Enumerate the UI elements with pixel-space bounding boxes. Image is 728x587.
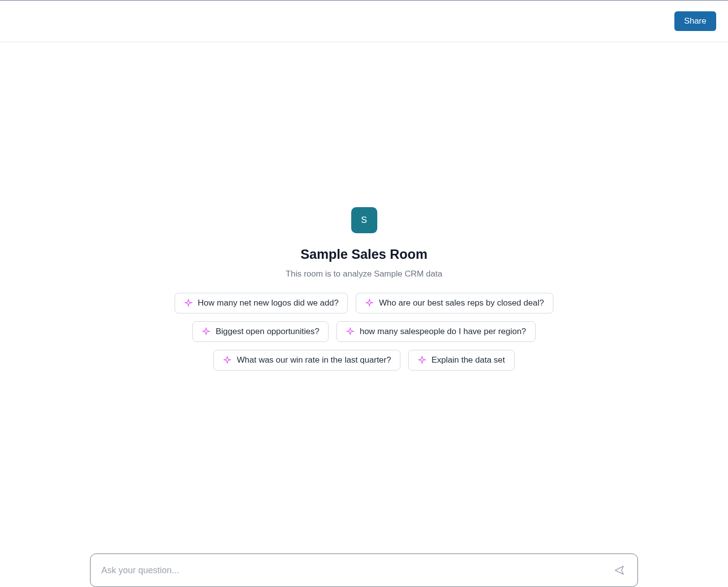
suggestion-chip[interactable]: Explain the data set bbox=[408, 350, 514, 371]
sparkle-icon bbox=[418, 356, 426, 365]
suggestion-label: What was our win rate in the last quarte… bbox=[237, 355, 391, 365]
room-subtitle: This room is to analyze Sample CRM data bbox=[286, 269, 442, 279]
suggestion-chip[interactable]: Who are our best sales reps by closed de… bbox=[356, 293, 553, 313]
sparkle-icon bbox=[346, 327, 355, 336]
suggestion-label: Explain the data set bbox=[431, 355, 505, 365]
sparkle-icon bbox=[223, 356, 232, 365]
suggestion-chip[interactable]: What was our win rate in the last quarte… bbox=[213, 350, 400, 371]
send-icon bbox=[614, 565, 625, 576]
suggestion-chip[interactable]: Biggest open opportunities? bbox=[192, 321, 329, 342]
question-input[interactable] bbox=[101, 565, 612, 576]
room-avatar: S bbox=[351, 207, 377, 233]
suggestion-chip[interactable]: How many net new logos did we add? bbox=[175, 293, 348, 313]
suggestion-label: how many salespeople do I have per regio… bbox=[360, 327, 526, 337]
suggestions-container: How many net new logos did we add? Who a… bbox=[162, 293, 566, 371]
sparkle-icon bbox=[184, 299, 193, 308]
suggestion-label: Who are our best sales reps by closed de… bbox=[379, 298, 544, 308]
suggestion-label: How many net new logos did we add? bbox=[198, 298, 338, 308]
sparkle-icon bbox=[365, 299, 374, 308]
main-content: S Sample Sales Room This room is to anal… bbox=[0, 42, 728, 371]
share-button[interactable]: Share bbox=[674, 11, 716, 31]
header: Share bbox=[0, 0, 728, 42]
input-area bbox=[0, 554, 728, 587]
sparkle-icon bbox=[202, 327, 211, 336]
send-button[interactable] bbox=[612, 563, 627, 578]
input-container bbox=[90, 554, 638, 587]
suggestion-chip[interactable]: how many salespeople do I have per regio… bbox=[336, 321, 535, 342]
suggestion-label: Biggest open opportunities? bbox=[215, 327, 319, 337]
room-title: Sample Sales Room bbox=[301, 247, 427, 262]
